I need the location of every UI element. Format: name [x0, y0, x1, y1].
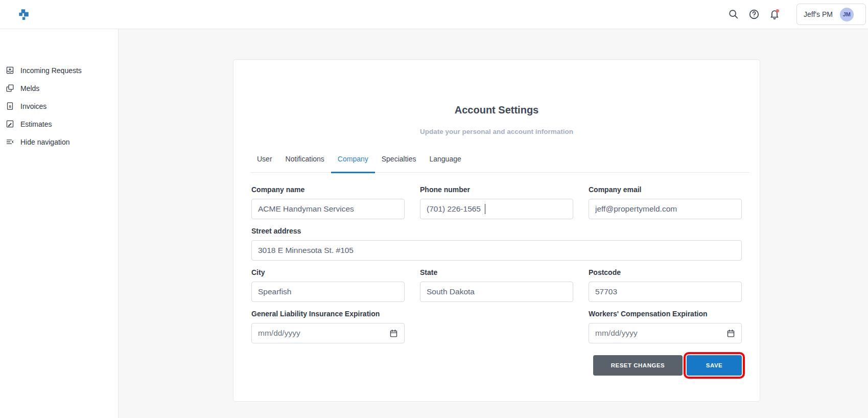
tab-company[interactable]: Company: [331, 155, 375, 173]
header-actions: Jeff's PM JM: [728, 4, 866, 25]
help-icon[interactable]: [748, 9, 760, 20]
street-address-label: Street address: [251, 227, 742, 236]
sidebar-item-estimates[interactable]: Estimates: [0, 115, 118, 133]
settings-tabs: User Notifications Company Specialties L…: [250, 155, 749, 173]
estimate-icon: [6, 120, 14, 128]
postcode-input[interactable]: [589, 282, 742, 302]
general-liability-expiration-label: General Liability Insurance Expiration: [251, 310, 405, 318]
state-input[interactable]: [420, 282, 573, 302]
phone-number-input[interactable]: [420, 199, 573, 219]
text-cursor: [485, 204, 485, 214]
main-content: Account Settings Update your personal an…: [119, 29, 868, 418]
company-name-label: Company name: [251, 185, 405, 194]
top-bar: Jeff's PM JM: [0, 0, 868, 29]
sidebar-item-incoming-requests[interactable]: Incoming Requests: [0, 61, 118, 79]
tab-notifications[interactable]: Notifications: [279, 155, 331, 173]
page-subtitle: Update your personal and account informa…: [251, 128, 742, 136]
state-label: State: [420, 268, 573, 277]
phone-number-label: Phone number: [420, 185, 573, 194]
sidebar-item-label: Estimates: [20, 120, 52, 128]
sidebar-item-label: Invoices: [20, 102, 46, 110]
sidebar-item-melds[interactable]: Melds: [0, 79, 118, 97]
notification-dot: [776, 9, 779, 12]
invoice-icon: s: [6, 102, 14, 110]
sidebar-item-label: Incoming Requests: [20, 66, 82, 75]
general-liability-expiration-date-input[interactable]: mm/dd/yyyy: [251, 323, 405, 343]
inbox-icon: [6, 66, 14, 75]
bell-icon[interactable]: [769, 9, 780, 20]
collapse-nav-icon: [6, 137, 14, 146]
search-icon[interactable]: [728, 9, 739, 20]
tab-specialties[interactable]: Specialties: [375, 155, 423, 173]
avatar: JM: [840, 8, 854, 21]
company-name-input[interactable]: [251, 199, 405, 219]
tab-user[interactable]: User: [250, 155, 279, 173]
reset-changes-button[interactable]: RESET CHANGES: [593, 355, 683, 376]
city-input[interactable]: [251, 282, 405, 302]
sidebar-item-hide-navigation[interactable]: Hide navigation: [0, 133, 118, 151]
city-label: City: [251, 268, 405, 277]
company-email-label: Company email: [589, 185, 742, 194]
form-actions: RESET CHANGES SAVE: [251, 355, 742, 376]
page-title: Account Settings: [251, 103, 742, 117]
date-placeholder: mm/dd/yyyy: [595, 329, 638, 338]
property-meld-logo-icon: [17, 8, 30, 21]
sidebar-item-invoices[interactable]: s Invoices: [0, 97, 118, 115]
date-placeholder: mm/dd/yyyy: [258, 329, 300, 338]
account-settings-card: Account Settings Update your personal an…: [233, 59, 760, 402]
account-name: Jeff's PM: [804, 10, 833, 18]
sidebar-item-label: Hide navigation: [20, 138, 70, 146]
workers-comp-expiration-label: Workers' Compensation Expiration: [589, 310, 742, 318]
svg-text:s: s: [9, 104, 11, 109]
calendar-icon[interactable]: [389, 329, 398, 338]
calendar-icon[interactable]: [726, 329, 735, 338]
company-email-input[interactable]: [589, 199, 742, 219]
save-button[interactable]: SAVE: [687, 355, 742, 376]
street-address-input[interactable]: [251, 240, 742, 261]
sidebar-item-label: Melds: [20, 84, 39, 92]
app-body: Incoming Requests Melds s Invoices Estim…: [0, 29, 868, 418]
sidebar: Incoming Requests Melds s Invoices Estim…: [0, 29, 119, 418]
workers-comp-expiration-date-input[interactable]: mm/dd/yyyy: [589, 323, 742, 343]
tab-language[interactable]: Language: [423, 155, 467, 173]
postcode-label: Postcode: [589, 268, 742, 277]
account-menu[interactable]: Jeff's PM JM: [796, 4, 866, 25]
company-form: Company name Phone number Company email: [251, 178, 742, 376]
melds-copy-icon: [6, 84, 14, 92]
